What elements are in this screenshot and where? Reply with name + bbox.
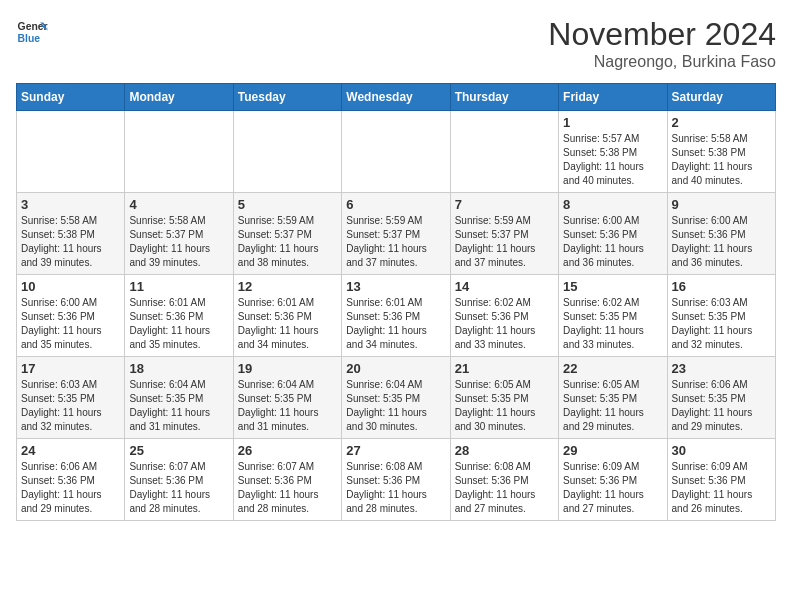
day-number: 3 bbox=[21, 197, 120, 212]
day-info: Sunrise: 6:04 AM Sunset: 5:35 PM Dayligh… bbox=[129, 378, 228, 434]
month-title: November 2024 bbox=[548, 16, 776, 53]
day-number: 5 bbox=[238, 197, 337, 212]
calendar-cell: 27Sunrise: 6:08 AM Sunset: 5:36 PM Dayli… bbox=[342, 439, 450, 521]
column-header-thursday: Thursday bbox=[450, 84, 558, 111]
calendar-week-3: 10Sunrise: 6:00 AM Sunset: 5:36 PM Dayli… bbox=[17, 275, 776, 357]
column-header-monday: Monday bbox=[125, 84, 233, 111]
day-info: Sunrise: 6:07 AM Sunset: 5:36 PM Dayligh… bbox=[238, 460, 337, 516]
calendar-week-5: 24Sunrise: 6:06 AM Sunset: 5:36 PM Dayli… bbox=[17, 439, 776, 521]
column-header-friday: Friday bbox=[559, 84, 667, 111]
day-number: 12 bbox=[238, 279, 337, 294]
calendar-cell: 29Sunrise: 6:09 AM Sunset: 5:36 PM Dayli… bbox=[559, 439, 667, 521]
calendar-cell: 22Sunrise: 6:05 AM Sunset: 5:35 PM Dayli… bbox=[559, 357, 667, 439]
day-info: Sunrise: 6:08 AM Sunset: 5:36 PM Dayligh… bbox=[455, 460, 554, 516]
calendar-cell: 28Sunrise: 6:08 AM Sunset: 5:36 PM Dayli… bbox=[450, 439, 558, 521]
day-info: Sunrise: 6:03 AM Sunset: 5:35 PM Dayligh… bbox=[21, 378, 120, 434]
day-info: Sunrise: 6:05 AM Sunset: 5:35 PM Dayligh… bbox=[455, 378, 554, 434]
day-info: Sunrise: 6:06 AM Sunset: 5:36 PM Dayligh… bbox=[21, 460, 120, 516]
day-info: Sunrise: 6:06 AM Sunset: 5:35 PM Dayligh… bbox=[672, 378, 771, 434]
day-info: Sunrise: 6:01 AM Sunset: 5:36 PM Dayligh… bbox=[238, 296, 337, 352]
calendar-cell bbox=[233, 111, 341, 193]
day-info: Sunrise: 5:58 AM Sunset: 5:38 PM Dayligh… bbox=[21, 214, 120, 270]
calendar-week-4: 17Sunrise: 6:03 AM Sunset: 5:35 PM Dayli… bbox=[17, 357, 776, 439]
calendar-cell bbox=[125, 111, 233, 193]
calendar-week-1: 1Sunrise: 5:57 AM Sunset: 5:38 PM Daylig… bbox=[17, 111, 776, 193]
day-info: Sunrise: 6:09 AM Sunset: 5:36 PM Dayligh… bbox=[672, 460, 771, 516]
calendar-cell: 8Sunrise: 6:00 AM Sunset: 5:36 PM Daylig… bbox=[559, 193, 667, 275]
day-info: Sunrise: 6:08 AM Sunset: 5:36 PM Dayligh… bbox=[346, 460, 445, 516]
column-header-sunday: Sunday bbox=[17, 84, 125, 111]
day-info: Sunrise: 6:07 AM Sunset: 5:36 PM Dayligh… bbox=[129, 460, 228, 516]
calendar-cell: 7Sunrise: 5:59 AM Sunset: 5:37 PM Daylig… bbox=[450, 193, 558, 275]
day-info: Sunrise: 5:59 AM Sunset: 5:37 PM Dayligh… bbox=[346, 214, 445, 270]
calendar-cell bbox=[342, 111, 450, 193]
day-info: Sunrise: 5:59 AM Sunset: 5:37 PM Dayligh… bbox=[455, 214, 554, 270]
calendar-cell: 25Sunrise: 6:07 AM Sunset: 5:36 PM Dayli… bbox=[125, 439, 233, 521]
page-header: General Blue November 2024 Nagreongo, Bu… bbox=[16, 16, 776, 71]
day-info: Sunrise: 6:03 AM Sunset: 5:35 PM Dayligh… bbox=[672, 296, 771, 352]
day-number: 26 bbox=[238, 443, 337, 458]
day-number: 23 bbox=[672, 361, 771, 376]
day-number: 16 bbox=[672, 279, 771, 294]
column-header-saturday: Saturday bbox=[667, 84, 775, 111]
day-info: Sunrise: 6:09 AM Sunset: 5:36 PM Dayligh… bbox=[563, 460, 662, 516]
title-block: November 2024 Nagreongo, Burkina Faso bbox=[548, 16, 776, 71]
day-info: Sunrise: 6:02 AM Sunset: 5:36 PM Dayligh… bbox=[455, 296, 554, 352]
calendar-week-2: 3Sunrise: 5:58 AM Sunset: 5:38 PM Daylig… bbox=[17, 193, 776, 275]
day-number: 24 bbox=[21, 443, 120, 458]
calendar-cell: 23Sunrise: 6:06 AM Sunset: 5:35 PM Dayli… bbox=[667, 357, 775, 439]
day-number: 14 bbox=[455, 279, 554, 294]
day-number: 4 bbox=[129, 197, 228, 212]
calendar-cell: 15Sunrise: 6:02 AM Sunset: 5:35 PM Dayli… bbox=[559, 275, 667, 357]
calendar-cell: 12Sunrise: 6:01 AM Sunset: 5:36 PM Dayli… bbox=[233, 275, 341, 357]
calendar-cell bbox=[17, 111, 125, 193]
day-info: Sunrise: 6:05 AM Sunset: 5:35 PM Dayligh… bbox=[563, 378, 662, 434]
day-number: 17 bbox=[21, 361, 120, 376]
day-number: 10 bbox=[21, 279, 120, 294]
day-number: 13 bbox=[346, 279, 445, 294]
calendar-cell: 11Sunrise: 6:01 AM Sunset: 5:36 PM Dayli… bbox=[125, 275, 233, 357]
day-number: 27 bbox=[346, 443, 445, 458]
day-number: 7 bbox=[455, 197, 554, 212]
calendar-cell: 2Sunrise: 5:58 AM Sunset: 5:38 PM Daylig… bbox=[667, 111, 775, 193]
day-number: 22 bbox=[563, 361, 662, 376]
day-info: Sunrise: 6:02 AM Sunset: 5:35 PM Dayligh… bbox=[563, 296, 662, 352]
location-title: Nagreongo, Burkina Faso bbox=[548, 53, 776, 71]
column-header-wednesday: Wednesday bbox=[342, 84, 450, 111]
calendar-header-row: SundayMondayTuesdayWednesdayThursdayFrid… bbox=[17, 84, 776, 111]
calendar-cell: 18Sunrise: 6:04 AM Sunset: 5:35 PM Dayli… bbox=[125, 357, 233, 439]
calendar-cell: 19Sunrise: 6:04 AM Sunset: 5:35 PM Dayli… bbox=[233, 357, 341, 439]
calendar-cell: 6Sunrise: 5:59 AM Sunset: 5:37 PM Daylig… bbox=[342, 193, 450, 275]
day-info: Sunrise: 5:59 AM Sunset: 5:37 PM Dayligh… bbox=[238, 214, 337, 270]
calendar-cell: 14Sunrise: 6:02 AM Sunset: 5:36 PM Dayli… bbox=[450, 275, 558, 357]
svg-text:Blue: Blue bbox=[18, 33, 41, 44]
day-number: 29 bbox=[563, 443, 662, 458]
day-info: Sunrise: 5:58 AM Sunset: 5:37 PM Dayligh… bbox=[129, 214, 228, 270]
day-number: 15 bbox=[563, 279, 662, 294]
logo-icon: General Blue bbox=[16, 16, 48, 48]
day-number: 8 bbox=[563, 197, 662, 212]
day-number: 20 bbox=[346, 361, 445, 376]
day-number: 11 bbox=[129, 279, 228, 294]
calendar-cell: 20Sunrise: 6:04 AM Sunset: 5:35 PM Dayli… bbox=[342, 357, 450, 439]
day-number: 25 bbox=[129, 443, 228, 458]
day-number: 18 bbox=[129, 361, 228, 376]
calendar-cell: 13Sunrise: 6:01 AM Sunset: 5:36 PM Dayli… bbox=[342, 275, 450, 357]
day-info: Sunrise: 6:04 AM Sunset: 5:35 PM Dayligh… bbox=[346, 378, 445, 434]
calendar-cell: 4Sunrise: 5:58 AM Sunset: 5:37 PM Daylig… bbox=[125, 193, 233, 275]
day-info: Sunrise: 6:01 AM Sunset: 5:36 PM Dayligh… bbox=[129, 296, 228, 352]
day-info: Sunrise: 6:04 AM Sunset: 5:35 PM Dayligh… bbox=[238, 378, 337, 434]
calendar-cell: 3Sunrise: 5:58 AM Sunset: 5:38 PM Daylig… bbox=[17, 193, 125, 275]
day-info: Sunrise: 6:00 AM Sunset: 5:36 PM Dayligh… bbox=[21, 296, 120, 352]
calendar-cell: 24Sunrise: 6:06 AM Sunset: 5:36 PM Dayli… bbox=[17, 439, 125, 521]
day-number: 9 bbox=[672, 197, 771, 212]
calendar-cell: 21Sunrise: 6:05 AM Sunset: 5:35 PM Dayli… bbox=[450, 357, 558, 439]
logo: General Blue bbox=[16, 16, 48, 48]
day-number: 2 bbox=[672, 115, 771, 130]
day-info: Sunrise: 6:00 AM Sunset: 5:36 PM Dayligh… bbox=[563, 214, 662, 270]
calendar-cell bbox=[450, 111, 558, 193]
day-info: Sunrise: 5:57 AM Sunset: 5:38 PM Dayligh… bbox=[563, 132, 662, 188]
calendar-cell: 5Sunrise: 5:59 AM Sunset: 5:37 PM Daylig… bbox=[233, 193, 341, 275]
day-info: Sunrise: 5:58 AM Sunset: 5:38 PM Dayligh… bbox=[672, 132, 771, 188]
calendar-cell: 1Sunrise: 5:57 AM Sunset: 5:38 PM Daylig… bbox=[559, 111, 667, 193]
